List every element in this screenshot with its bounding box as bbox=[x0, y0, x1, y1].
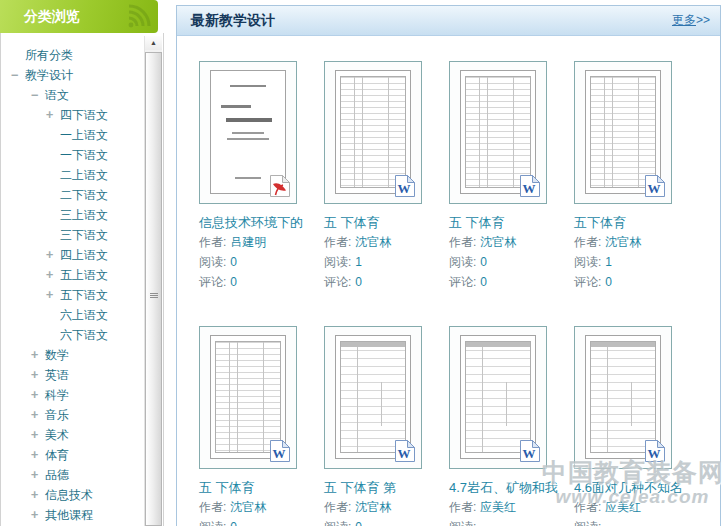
meta-label: 阅读: bbox=[324, 255, 351, 269]
expand-plus-icon[interactable]: + bbox=[31, 345, 38, 365]
document-thumbnail[interactable]: W bbox=[574, 61, 672, 204]
collapse-minus-icon[interactable]: − bbox=[31, 85, 38, 105]
meta-label: 作者: bbox=[199, 500, 226, 514]
design-title-link[interactable]: 4.7岩石、矿物和我 bbox=[449, 478, 561, 497]
expand-plus-icon[interactable]: + bbox=[31, 445, 38, 465]
author-link[interactable]: 沈官林 bbox=[480, 235, 516, 249]
category-link[interactable]: 一下语文 bbox=[60, 148, 108, 162]
sidebar-title: 分类浏览 bbox=[24, 8, 80, 24]
reads-count-line: 阅读: bbox=[449, 517, 561, 526]
document-thumbnail[interactable]: W bbox=[324, 326, 422, 469]
category-link[interactable]: 数学 bbox=[45, 348, 69, 362]
author-link[interactable]: 沈官林 bbox=[605, 235, 641, 249]
reads-count-line: 阅读:0 bbox=[199, 252, 311, 272]
design-title-link[interactable]: 4.6面对几种不知名 bbox=[574, 478, 686, 497]
expand-plus-icon[interactable]: + bbox=[31, 405, 38, 425]
document-thumbnail[interactable]: W bbox=[324, 61, 422, 204]
word-file-icon: W bbox=[519, 174, 541, 198]
expand-plus-icon[interactable]: + bbox=[31, 505, 38, 525]
sidebar-item: +英语 bbox=[1, 365, 163, 385]
expand-plus-icon[interactable]: + bbox=[31, 365, 38, 385]
author-link[interactable]: 沈官林 bbox=[230, 500, 266, 514]
expand-plus-icon[interactable]: + bbox=[46, 105, 53, 125]
expand-plus-icon[interactable]: + bbox=[46, 245, 53, 265]
author-link-line: 作者:应美红 bbox=[449, 497, 561, 517]
author-link[interactable]: 应美红 bbox=[605, 500, 641, 514]
category-link[interactable]: 四下语文 bbox=[60, 108, 108, 122]
category-link[interactable]: 三下语文 bbox=[60, 228, 108, 242]
category-link[interactable]: 教学设计 bbox=[25, 68, 73, 82]
document-thumbnail[interactable]: W bbox=[449, 61, 547, 204]
document-thumbnail[interactable]: W bbox=[199, 326, 297, 469]
design-title-link[interactable]: 信息技术环境下的 bbox=[199, 213, 311, 232]
expand-plus-icon[interactable]: + bbox=[46, 285, 53, 305]
panel-header: 最新教学设计 更多>> bbox=[177, 6, 720, 36]
meta-label: 作者: bbox=[449, 235, 476, 249]
category-link[interactable]: 美术 bbox=[45, 428, 69, 442]
meta-label: 阅读: bbox=[574, 520, 601, 526]
category-link[interactable]: 二上语文 bbox=[60, 168, 108, 182]
category-link[interactable]: 三上语文 bbox=[60, 208, 108, 222]
category-link[interactable]: 四上语文 bbox=[60, 248, 108, 262]
category-link[interactable]: 科学 bbox=[45, 388, 69, 402]
sidebar-item: 所有分类 bbox=[1, 45, 163, 65]
category-link[interactable]: 体育 bbox=[45, 448, 69, 462]
expand-plus-icon[interactable]: + bbox=[46, 265, 53, 285]
category-link[interactable]: 二下语文 bbox=[60, 188, 108, 202]
scrollbar-thumb[interactable] bbox=[145, 52, 162, 526]
expand-plus-icon[interactable]: + bbox=[31, 485, 38, 505]
document-thumbnail[interactable]: W bbox=[449, 326, 547, 469]
category-link[interactable]: 语文 bbox=[45, 88, 69, 102]
comments-count-line: 评论:0 bbox=[199, 272, 311, 292]
word-file-icon: W bbox=[394, 439, 416, 463]
reads-count-line: 阅读:0 bbox=[199, 517, 311, 526]
sidebar-scrollbar[interactable]: ▲ bbox=[144, 36, 162, 526]
author-link[interactable]: 吕建明 bbox=[230, 235, 266, 249]
comments-count: 0 bbox=[355, 275, 362, 289]
meta-label: 评论: bbox=[449, 275, 476, 289]
collapse-minus-icon[interactable]: − bbox=[11, 65, 18, 85]
category-link[interactable]: 信息技术 bbox=[45, 488, 93, 502]
author-link[interactable]: 沈官林 bbox=[355, 235, 391, 249]
document-thumbnail[interactable]: W bbox=[574, 326, 672, 469]
expand-plus-icon[interactable]: + bbox=[31, 465, 38, 485]
expand-plus-icon[interactable]: + bbox=[31, 425, 38, 445]
category-link[interactable]: 品德 bbox=[45, 468, 69, 482]
reads-count: 0 bbox=[355, 520, 362, 526]
expand-plus-icon[interactable]: + bbox=[31, 385, 38, 405]
category-link[interactable]: 五上语文 bbox=[60, 268, 108, 282]
more-link[interactable]: 更多>> bbox=[672, 6, 710, 35]
scroll-up-button[interactable]: ▲ bbox=[145, 36, 162, 50]
design-title-link[interactable]: 五 下体育 bbox=[449, 213, 561, 232]
design-title-link[interactable]: 五 下体育 bbox=[324, 213, 436, 232]
category-link[interactable]: 音乐 bbox=[45, 408, 69, 422]
category-tree: 所有分类−教学设计−语文+四下语文一上语文一下语文二上语文二下语文三上语文三下语… bbox=[1, 33, 163, 525]
document-thumbnail[interactable] bbox=[199, 61, 297, 204]
design-title-link[interactable]: 五 下体育 第 bbox=[324, 478, 436, 497]
meta-label: 阅读: bbox=[199, 255, 226, 269]
category-link[interactable]: 一上语文 bbox=[60, 128, 108, 142]
category-link[interactable]: 所有分类 bbox=[25, 48, 73, 62]
comments-count-line: 评论:0 bbox=[449, 272, 561, 292]
category-sidebar: 分类浏览 所有分类−教学设计−语文+四下语文一上语文一下语文二上语文二下语文三上… bbox=[0, 0, 166, 526]
sidebar-header: 分类浏览 bbox=[0, 0, 158, 33]
comments-count-line: 评论:0 bbox=[324, 272, 436, 292]
author-link[interactable]: 沈官林 bbox=[355, 500, 391, 514]
reads-count: 0 bbox=[230, 520, 237, 526]
category-link[interactable]: 六上语文 bbox=[60, 308, 108, 322]
svg-text:W: W bbox=[273, 446, 286, 461]
category-link[interactable]: 六下语文 bbox=[60, 328, 108, 342]
pdf-file-icon bbox=[269, 174, 291, 198]
category-link[interactable]: 其他课程 bbox=[45, 508, 93, 522]
category-link[interactable]: 英语 bbox=[45, 368, 69, 382]
meta-label: 阅读: bbox=[449, 520, 476, 526]
reads-count: 0 bbox=[230, 255, 237, 269]
sidebar-item: +音乐 bbox=[1, 405, 163, 425]
sidebar-item: +数学 bbox=[1, 345, 163, 365]
category-link[interactable]: 五下语文 bbox=[60, 288, 108, 302]
design-title-link[interactable]: 五下体育 bbox=[574, 213, 686, 232]
sidebar-item: +美术 bbox=[1, 425, 163, 445]
design-card: W五 下体育作者:沈官林阅读:0评论:0 bbox=[449, 61, 561, 292]
author-link[interactable]: 应美红 bbox=[480, 500, 516, 514]
design-title-link[interactable]: 五 下体育 bbox=[199, 478, 311, 497]
